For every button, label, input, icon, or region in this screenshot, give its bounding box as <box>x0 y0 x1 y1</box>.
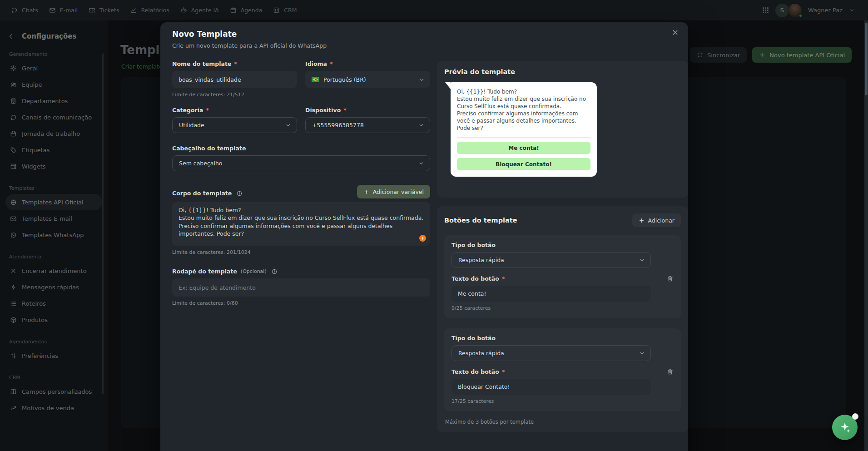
info-icon[interactable] <box>271 268 278 275</box>
chevron-down-icon <box>639 350 645 357</box>
sparkle-icon <box>839 421 851 433</box>
required-marker: * <box>330 60 333 67</box>
device-select[interactable]: +5555996385778 <box>305 117 430 133</box>
add-variable-label: Adicionar variável <box>373 188 424 195</box>
footer-field: Rodapé do template (Opcional) Limite de … <box>172 268 430 306</box>
body-textarea-wrap: Oi, {{1}}! Tudo bem? Estou muito feliz e… <box>172 202 430 246</box>
required-marker: * <box>343 107 347 114</box>
language-select[interactable]: Português (BR) <box>305 71 430 88</box>
add-variable-button[interactable]: Adicionar variável <box>357 185 430 198</box>
button-config-group: Tipo do botão Resposta rápida Texto do b… <box>444 235 681 318</box>
button-text-input[interactable] <box>451 379 651 395</box>
footer-label: Rodapé do template <box>172 268 237 275</box>
category-field: Categoria* Utilidade <box>172 107 297 133</box>
button-text-input[interactable] <box>451 286 651 302</box>
device-label: Dispositivo <box>305 107 341 114</box>
close-icon <box>671 29 679 36</box>
body-field-header: Corpo do template Adicionar variável <box>172 185 430 198</box>
preview-quick-reply-button: Me conta! <box>457 142 590 154</box>
preview-line: Preciso confirmar algumas informações co… <box>457 110 590 124</box>
required-marker: * <box>206 107 209 114</box>
required-marker: * <box>502 275 505 282</box>
ai-assistant-fab[interactable] <box>832 415 858 440</box>
button-type-value: Resposta rápida <box>458 257 504 263</box>
button-text-label: Texto do botão <box>451 368 499 375</box>
preview-quick-reply-button: Bloquear Contato! <box>457 158 590 170</box>
page-scrollbar-thumb[interactable] <box>865 23 868 95</box>
chevron-down-icon <box>639 257 645 263</box>
button-type-label: Tipo do botão <box>451 335 496 342</box>
required-marker: * <box>234 60 237 67</box>
plus-icon <box>363 189 369 195</box>
device-value: +5555996385778 <box>312 122 364 129</box>
header-value: Sem cabeçalho <box>179 160 223 167</box>
arrow-up-icon <box>421 236 425 240</box>
name-label: Nome do template <box>172 60 231 67</box>
category-select[interactable]: Utilidade <box>172 117 297 133</box>
template-form: Nome do template* Limite de caracteres: … <box>172 60 430 306</box>
info-icon[interactable] <box>236 190 243 197</box>
name-field: Nome do template* Limite de caracteres: … <box>172 60 297 98</box>
button-type-label: Tipo do botão <box>451 242 496 248</box>
header-select[interactable]: Sem cabeçalho <box>172 155 430 171</box>
category-label: Categoria <box>172 107 203 114</box>
required-marker: * <box>502 368 505 375</box>
app-screen: Chats E-mail Tickets Relatórios Agente I… <box>0 0 868 451</box>
button-text-counter: 17/25 caracteres <box>451 398 674 404</box>
footer-optional-label: (Opcional) <box>241 268 267 274</box>
language-field: Idioma* Português (BR) <box>305 60 430 98</box>
body-label: Corpo do template <box>172 190 232 197</box>
template-buttons-card: Botões do template Adicionar Tipo do bot… <box>437 206 688 432</box>
language-value: Português (BR) <box>323 76 366 83</box>
device-field: Dispositivo* +5555996385778 <box>305 107 430 133</box>
footer-hint: Limite de caracteres: 0/60 <box>172 300 430 306</box>
chevron-down-icon <box>418 122 425 129</box>
max-buttons-hint: Máximo de 3 botões por template <box>444 419 681 425</box>
button-type-select[interactable]: Resposta rápida <box>451 252 651 268</box>
button-type-value: Resposta rápida <box>458 350 504 357</box>
close-button[interactable] <box>671 29 679 36</box>
name-hint: Limite de caracteres: 21/512 <box>172 92 297 98</box>
buttons-panel-title: Botões do template <box>444 217 517 224</box>
brazil-flag-icon <box>312 77 319 82</box>
category-value: Utilidade <box>179 122 204 129</box>
delete-button-icon[interactable] <box>667 368 674 375</box>
preview-line: Oi, {{1}}! Tudo bem? <box>457 88 590 95</box>
button-config-group: Tipo do botão Resposta rápida Texto do b… <box>444 328 681 411</box>
delete-button-icon[interactable] <box>667 275 674 282</box>
language-label: Idioma <box>305 60 327 67</box>
preview-divider <box>457 137 590 138</box>
preview-title: Prévia do template <box>444 68 681 75</box>
button-type-select[interactable]: Resposta rápida <box>451 345 651 361</box>
new-template-modal: Novo Template Crie um novo template para… <box>160 22 688 451</box>
trash-icon <box>667 368 674 375</box>
preview-line: Estou muito feliz em dizer que sua inscr… <box>457 95 590 110</box>
page-scrollbar[interactable] <box>864 20 868 451</box>
body-hint: Limite de caracteres: 201/1024 <box>172 249 430 255</box>
plus-icon <box>639 218 645 223</box>
whatsapp-preview-bubble: Oi, {{1}}! Tudo bem? Estou muito feliz e… <box>451 82 597 177</box>
template-body-textarea[interactable]: Oi, {{1}}! Tudo bem? Estou muito feliz e… <box>172 202 430 246</box>
chevron-down-icon <box>285 122 292 129</box>
add-button-button[interactable]: Adicionar <box>632 213 681 227</box>
modal-title: Novo Template <box>172 30 237 39</box>
modal-subtitle: Crie um novo template para a API oficial… <box>172 42 327 49</box>
header-label: Cabeçalho do template <box>172 145 246 152</box>
add-button-label: Adicionar <box>648 217 675 224</box>
variable-count-badge <box>419 235 426 242</box>
template-name-input[interactable] <box>172 71 297 88</box>
chevron-down-icon <box>418 160 425 167</box>
template-preview-card: Prévia do template Oi, {{1}}! Tudo bem? … <box>437 61 688 198</box>
button-text-counter: 9/25 caracteres <box>451 305 674 311</box>
fab-badge <box>852 413 858 420</box>
preview-line: Pode ser? <box>457 124 590 132</box>
button-text-label: Texto do botão <box>451 275 499 282</box>
trash-icon <box>667 275 674 282</box>
chevron-down-icon <box>418 76 425 83</box>
header-field: Cabeçalho do template Sem cabeçalho <box>172 145 430 171</box>
modal-right-column: Prévia do template Oi, {{1}}! Tudo bem? … <box>437 61 688 432</box>
template-footer-input[interactable] <box>172 278 430 297</box>
